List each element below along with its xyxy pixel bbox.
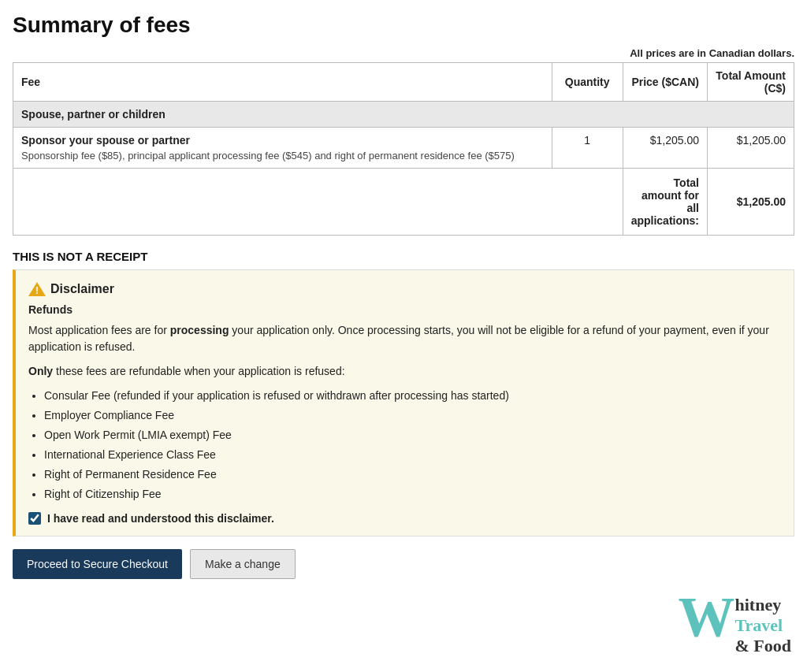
svg-text:!: ! xyxy=(35,285,39,296)
fee-cell: Sponsor your spouse or partnerSponsorshi… xyxy=(13,128,552,169)
list-item: Open Work Permit (LMIA exempt) Fee xyxy=(44,427,781,444)
not-receipt-heading: THIS IS NOT A RECEIPT xyxy=(13,250,794,263)
list-item: Right of Permanent Residence Fee xyxy=(44,466,781,483)
processing-bold: processing xyxy=(170,324,229,336)
disclaimer-checkbox[interactable] xyxy=(28,512,41,525)
currency-note: All prices are in Canadian dollars. xyxy=(13,47,794,59)
warning-icon: ! xyxy=(28,281,46,297)
disclaimer-checkbox-row[interactable]: I have read and understood this disclaim… xyxy=(28,512,781,525)
disclaimer-label: Disclaimer xyxy=(50,282,114,296)
total-amount: $1,205.00 xyxy=(708,169,794,236)
disclaimer-only-text: Only these fees are refundable when your… xyxy=(28,363,781,380)
list-item: Right of Citizenship Fee xyxy=(44,486,781,503)
col-header-quantity: Quantity xyxy=(552,63,623,102)
refunds-heading: Refunds xyxy=(28,303,781,316)
disclaimer-main-text: Most application fees are for processing… xyxy=(28,322,781,355)
refundable-fees-list: Consular Fee (refunded if your applicati… xyxy=(44,388,781,503)
page-title: Summary of fees xyxy=(13,13,794,38)
col-header-fee: Fee xyxy=(13,63,552,102)
list-item: Employer Compliance Fee xyxy=(44,407,781,424)
watermark-w: W xyxy=(679,588,735,592)
list-item: International Experience Class Fee xyxy=(44,447,781,463)
disclaimer-checkbox-label: I have read and understood this disclaim… xyxy=(47,512,274,525)
only-text-rest: these fees are refundable when your appl… xyxy=(53,365,344,377)
total-row: Total amount for all applications:$1,205… xyxy=(13,169,794,236)
disclaimer-title: ! Disclaimer xyxy=(28,281,781,297)
quantity-cell: 1 xyxy=(552,128,623,169)
total-empty xyxy=(13,169,623,236)
section-header-row: Spouse, partner or children xyxy=(13,102,794,128)
table-row: Sponsor your spouse or partnerSponsorshi… xyxy=(13,128,794,169)
col-header-total: Total Amount (C$) xyxy=(708,63,794,102)
proceed-checkout-button[interactable]: Proceed to Secure Checkout xyxy=(13,549,182,579)
make-change-button[interactable]: Make a change xyxy=(190,549,296,579)
total-cell: $1,205.00 xyxy=(708,128,794,169)
watermark: WhitneyTravel& Food xyxy=(679,588,792,592)
list-item: Consular Fee (refunded if your applicati… xyxy=(44,388,781,404)
section-header-label: Spouse, partner or children xyxy=(13,102,794,128)
fee-description: Sponsorship fee ($85), principal applica… xyxy=(21,150,544,162)
only-label: Only xyxy=(28,365,53,377)
fee-table: Fee Quantity Price ($CAN) Total Amount (… xyxy=(13,62,794,236)
col-header-price: Price ($CAN) xyxy=(623,63,707,102)
fee-name: Sponsor your spouse or partner xyxy=(21,134,544,147)
disclaimer-box: ! Disclaimer Refunds Most application fe… xyxy=(13,269,794,536)
total-label: Total amount for all applications: xyxy=(623,169,707,236)
price-cell: $1,205.00 xyxy=(623,128,707,169)
button-row: Proceed to Secure Checkout Make a change xyxy=(13,549,794,579)
